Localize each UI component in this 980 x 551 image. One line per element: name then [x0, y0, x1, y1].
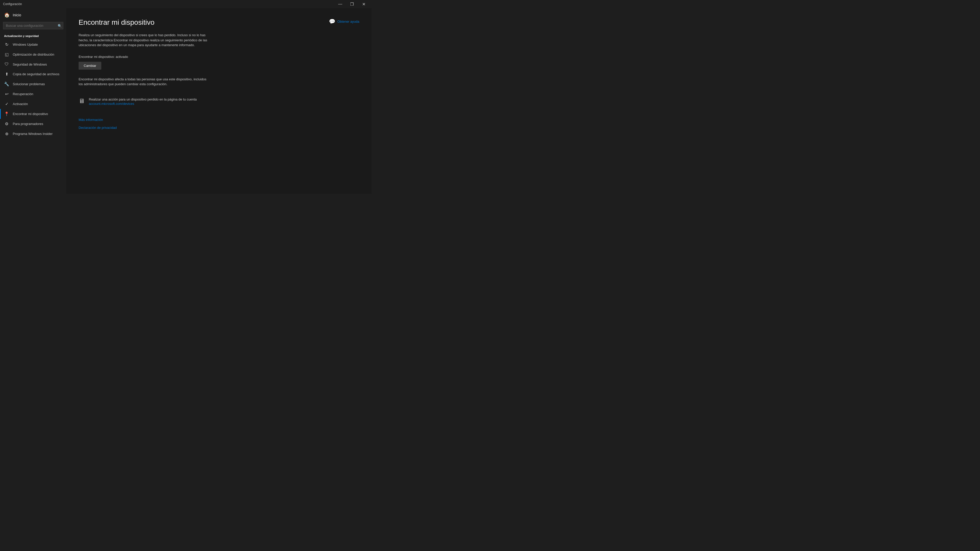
- optimizacion-icon: ◱: [4, 52, 9, 57]
- main-content: 💬 Obtener ayuda Encontrar mi dispositivo…: [66, 8, 372, 194]
- help-label: Obtener ayuda: [337, 20, 360, 24]
- description: Realiza un seguimiento del dispositivo s…: [79, 33, 211, 48]
- device-link[interactable]: account.microsoft.com/devices: [89, 102, 197, 106]
- titlebar-controls: — ❐ ✕: [334, 0, 369, 8]
- nav-label-encontrar: Encontrar mi dispositivo: [13, 112, 48, 116]
- solucionar-icon: 🔧: [4, 82, 9, 86]
- recuperacion-icon: ↩: [4, 92, 9, 97]
- sidebar-item-recuperacion[interactable]: ↩ Recuperación: [0, 89, 66, 99]
- status-text: Encontrar mi dispositivo: activado: [79, 55, 360, 59]
- note-text: Encontrar mi dispositivo afecta a todas …: [79, 77, 211, 87]
- cambiar-button[interactable]: Cambiar: [79, 62, 101, 70]
- help-icon: 💬: [329, 18, 335, 24]
- nav-label-recuperacion: Recuperación: [13, 92, 33, 96]
- nav-label-windows-update: Windows Update: [13, 43, 38, 46]
- search-input[interactable]: [3, 22, 63, 29]
- sidebar-item-programadores[interactable]: ⚙ Para programadores: [0, 119, 66, 129]
- sidebar-item-seguridad[interactable]: 🛡 Seguridad de Windows: [0, 59, 66, 69]
- insider-icon: ⊕: [4, 131, 9, 136]
- section-title: Actualización y seguridad: [0, 33, 66, 40]
- encontrar-icon: 📍: [4, 111, 9, 116]
- nav-label-programadores: Para programadores: [13, 122, 43, 126]
- maximize-button[interactable]: ❐: [346, 0, 358, 8]
- nav-label-optimizacion: Optimización de distribución: [13, 52, 54, 56]
- seguridad-icon: 🛡: [4, 62, 9, 67]
- sidebar-item-insider[interactable]: ⊕ Programa Windows Insider: [0, 129, 66, 139]
- device-action: 🖥 Realizar una acción para un dispositiv…: [79, 97, 360, 108]
- window: Configuración — ❐ ✕ 🏠 Inicio 🔍 Actualiza…: [0, 0, 372, 194]
- home-icon: 🏠: [4, 12, 10, 18]
- minimize-button[interactable]: —: [334, 0, 346, 8]
- sidebar-item-solucionar[interactable]: 🔧 Solucionar problemas: [0, 79, 66, 89]
- sidebar-item-optimizacion[interactable]: ◱ Optimización de distribución: [0, 49, 66, 59]
- privacy-link[interactable]: Declaración de privacidad: [79, 126, 360, 130]
- more-info-link[interactable]: Más información: [79, 118, 360, 122]
- sidebar-item-encontrar[interactable]: 📍 Encontrar mi dispositivo: [0, 109, 66, 119]
- nav-label-copia: Copia de seguridad de archivos: [13, 72, 59, 76]
- close-button[interactable]: ✕: [358, 0, 369, 8]
- sidebar-item-activacion[interactable]: ✓ Activación: [0, 99, 66, 109]
- nav-label-insider: Programa Windows Insider: [13, 132, 52, 136]
- sidebar-home[interactable]: 🏠 Inicio: [0, 8, 66, 21]
- copia-icon: ⬆: [4, 72, 9, 76]
- content-area: 🏠 Inicio 🔍 Actualización y seguridad ↻ W…: [0, 8, 372, 194]
- titlebar-title: Configuración: [3, 2, 22, 6]
- device-action-content: Realizar una acción para un dispositivo …: [89, 97, 197, 108]
- nav-label-activacion: Activación: [13, 102, 28, 106]
- help-button[interactable]: 💬 Obtener ayuda: [329, 18, 360, 24]
- sidebar: 🏠 Inicio 🔍 Actualización y seguridad ↻ W…: [0, 8, 66, 194]
- links-section: Más información Declaración de privacida…: [79, 118, 360, 130]
- nav-label-seguridad: Seguridad de Windows: [13, 62, 47, 66]
- device-icon: 🖥: [79, 97, 85, 105]
- activacion-icon: ✓: [4, 102, 9, 106]
- nav-label-solucionar: Solucionar problemas: [13, 82, 45, 86]
- programadores-icon: ⚙: [4, 121, 9, 126]
- sidebar-item-windows-update[interactable]: ↻ Windows Update: [0, 40, 66, 49]
- titlebar: Configuración — ❐ ✕: [0, 0, 372, 8]
- sidebar-item-copia[interactable]: ⬆ Copia de seguridad de archivos: [0, 69, 66, 79]
- search-box: 🔍: [3, 22, 63, 29]
- search-icon[interactable]: 🔍: [58, 24, 62, 27]
- sidebar-home-label: Inicio: [13, 13, 21, 17]
- windows-update-icon: ↻: [4, 42, 9, 47]
- page-title: Encontrar mi dispositivo: [79, 18, 360, 27]
- device-action-text: Realizar una acción para un dispositivo …: [89, 97, 197, 102]
